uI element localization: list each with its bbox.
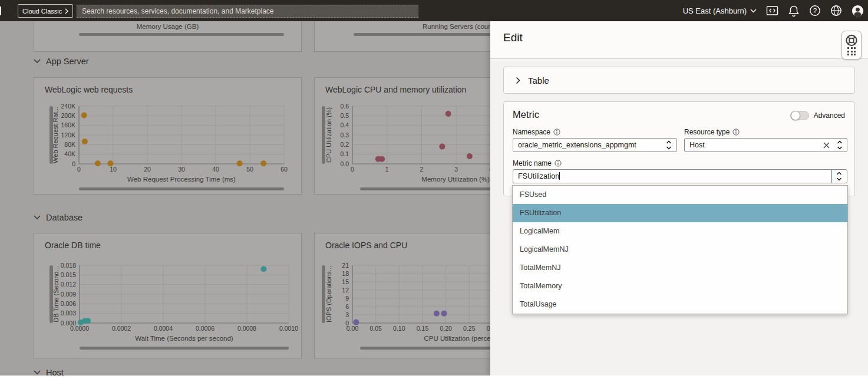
- svg-text:Wait Time (Seconds per second): Wait Time (Seconds per second): [135, 335, 233, 342]
- metric-option-TotalMemory[interactable]: TotalMemory: [513, 277, 847, 295]
- text-caret: [559, 172, 560, 180]
- chart-title: Oracle IOPS and CPU: [325, 241, 407, 250]
- svg-text:?: ?: [813, 7, 817, 14]
- chevron-right-icon: [65, 8, 68, 14]
- console-icon[interactable]: [766, 5, 778, 17]
- chart-hscroll[interactable]: [354, 33, 490, 36]
- svg-text:120K: 120K: [61, 131, 75, 139]
- svg-text:0.0006: 0.0006: [196, 325, 214, 332]
- svg-text:3: 3: [345, 311, 349, 318]
- section-label: App Server: [46, 57, 89, 66]
- memory-usage-xlabel: Memory Usage (GB): [34, 23, 301, 30]
- help-apps-button[interactable]: [841, 31, 862, 60]
- svg-text:240K: 240K: [61, 103, 75, 110]
- svg-text:30: 30: [178, 166, 185, 173]
- chevron-right-icon: [516, 77, 520, 84]
- svg-text:0.009: 0.009: [61, 291, 76, 298]
- section-host[interactable]: Host: [34, 368, 64, 376]
- svg-text:200K: 200K: [61, 112, 75, 119]
- drawer-title: Edit: [503, 31, 523, 44]
- svg-text:0.0000: 0.0000: [70, 325, 89, 332]
- svg-text:0: 0: [72, 160, 75, 167]
- metric-name-input[interactable]: FSUtilization: [513, 169, 847, 183]
- updown-icon[interactable]: [831, 170, 847, 183]
- svg-text:0.003: 0.003: [61, 309, 76, 317]
- svg-text:IOPS (Operations...: IOPS (Operations...: [325, 266, 332, 322]
- language-icon[interactable]: [830, 5, 842, 17]
- svg-text:0: 0: [77, 166, 81, 173]
- life-ring-icon: [844, 34, 859, 47]
- svg-text:0.0002: 0.0002: [112, 325, 131, 332]
- section-app-server[interactable]: App Server: [34, 57, 89, 66]
- svg-text:0.012: 0.012: [61, 281, 76, 288]
- weblogic-cpu-memory-card[interactable]: WebLogic CPU and memory utilization 0.00…: [314, 77, 490, 195]
- dashboard-background: Memory Usage (GB) Running Servers (count…: [0, 21, 490, 376]
- advanced-toggle[interactable]: [790, 111, 809, 120]
- running-servers-chart-card[interactable]: Running Servers (count: [314, 21, 490, 52]
- svg-text:40K: 40K: [64, 150, 75, 157]
- page-bottom: [0, 376, 868, 382]
- oracle-iops-cpu-card[interactable]: Oracle IOPS and CPU 0369121518210.000.05…: [314, 233, 490, 358]
- svg-text:50: 50: [246, 166, 253, 173]
- section-database[interactable]: Database: [34, 213, 82, 222]
- region-selector[interactable]: US East (Ashburn): [683, 6, 757, 15]
- metric-option-TotalMemNJ[interactable]: TotalMemNJ: [513, 259, 847, 277]
- menu-icon[interactable]: [0, 6, 1, 15]
- namespace-label: Namespace: [513, 128, 560, 136]
- section-label: Host: [46, 368, 64, 376]
- svg-text:160K: 160K: [61, 121, 75, 129]
- svg-text:6: 6: [345, 303, 349, 310]
- metric-option-FSUsed[interactable]: FSUsed: [513, 186, 847, 204]
- updown-icon[interactable]: [833, 139, 847, 152]
- region-label: US East (Ashburn): [683, 6, 747, 15]
- metric-option-TotalUsage[interactable]: TotalUsage: [513, 295, 847, 314]
- table-section[interactable]: Table: [503, 67, 855, 94]
- weblogic-cpu-memory-chart: 0.00.10.20.30.40.50.601234CPU Utilizatio…: [315, 99, 490, 195]
- chart-hscroll[interactable]: [79, 33, 284, 36]
- svg-text:0.018: 0.018: [61, 262, 76, 269]
- cloud-classic-button[interactable]: Cloud Classic: [18, 4, 73, 18]
- weblogic-web-requests-chart: 040K80K120K160K200K240K0102030405060Web …: [34, 99, 302, 195]
- notifications-icon[interactable]: [788, 5, 800, 17]
- metric-option-FSUtilization[interactable]: FSUtilization: [513, 204, 847, 222]
- chevron-down-icon: [750, 9, 757, 13]
- resource-type-select[interactable]: Host: [684, 138, 847, 152]
- chart-title: WebLogic web requests: [45, 85, 133, 94]
- metric-option-LogicalMemNJ[interactable]: LogicalMemNJ: [513, 241, 847, 259]
- avatar[interactable]: [852, 5, 864, 17]
- svg-text:80K: 80K: [64, 141, 75, 148]
- running-servers-xlabel: Running Servers (count: [423, 23, 490, 30]
- svg-text:12: 12: [342, 286, 349, 294]
- svg-text:0.0008: 0.0008: [237, 325, 256, 332]
- namespace-select[interactable]: oracle_metric_extensions_appmgmt: [513, 138, 677, 152]
- info-icon[interactable]: [553, 129, 560, 136]
- metric-name-label: Metric name: [513, 159, 562, 167]
- cloud-classic-label: Cloud Classic: [22, 8, 62, 15]
- oracle-db-time-chart: 0.0000.0030.0060.0090.0120.0150.0180.000…: [34, 258, 302, 354]
- metric-section: Metric Advanced Namespace oracle_metric_…: [503, 101, 855, 196]
- oracle-db-time-card[interactable]: Oracle DB time 0.0000.0030.0060.0090.012…: [34, 233, 302, 358]
- resource-type-value: Host: [685, 141, 820, 149]
- divider: [490, 58, 868, 59]
- svg-text:0.3: 0.3: [340, 131, 349, 139]
- svg-text:0.4: 0.4: [340, 121, 349, 129]
- svg-text:0.0010: 0.0010: [279, 325, 298, 332]
- svg-text:0.015: 0.015: [61, 271, 76, 278]
- topbar-actions: US East (Ashburn) ?: [683, 0, 864, 21]
- resource-type-label: Resource type: [684, 128, 740, 136]
- clear-icon[interactable]: [820, 139, 833, 152]
- advanced-toggle-group: Advanced: [790, 111, 845, 120]
- help-icon[interactable]: ?: [809, 5, 821, 17]
- section-label: Database: [46, 213, 82, 222]
- info-icon[interactable]: [732, 129, 740, 136]
- weblogic-web-requests-card[interactable]: WebLogic web requests 040K80K120K160K200…: [34, 77, 302, 195]
- svg-text:0.006: 0.006: [61, 300, 76, 307]
- updown-icon[interactable]: [661, 139, 676, 152]
- info-icon[interactable]: [555, 160, 562, 167]
- metric-option-LogicalMem[interactable]: LogicalMem: [513, 222, 847, 241]
- metric-name-value: FSUtilization: [513, 172, 831, 180]
- namespace-value: oracle_metric_extensions_appmgmt: [513, 141, 661, 149]
- chevron-down-icon: [34, 370, 41, 375]
- memory-usage-chart-card[interactable]: Memory Usage (GB): [34, 21, 302, 52]
- search-input[interactable]: [77, 5, 418, 18]
